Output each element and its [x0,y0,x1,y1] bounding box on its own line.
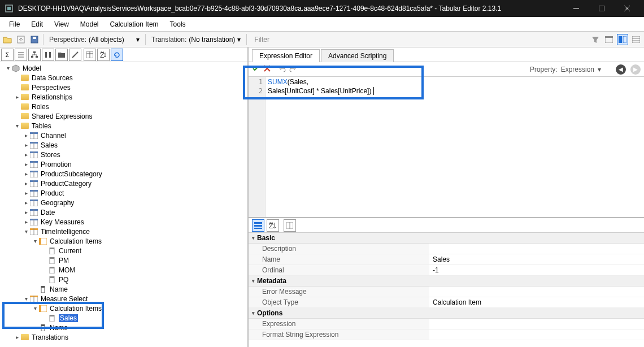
tree-table-stores[interactable]: ▸Stores [2,150,245,159]
menu-edit[interactable]: Edit [25,18,49,31]
accept-icon[interactable] [252,64,260,74]
svg-rect-12 [623,36,626,43]
tree-col-name2[interactable]: Name [2,323,245,332]
tree-datasources[interactable]: Data Sources [2,73,245,83]
tree-table-measureselect[interactable]: ▾Measure Select [2,294,245,303]
minimize-button[interactable] [563,0,589,17]
sigma-button[interactable]: Σ [1,49,14,61]
refresh-button[interactable] [111,49,123,61]
tree-roles[interactable]: Roles [2,102,245,111]
tree-tables[interactable]: ▾Tables [2,121,245,131]
table-icon [29,161,38,168]
tree-translations[interactable]: ▸Translations [2,332,245,342]
undo-icon[interactable] [278,64,286,74]
deploy-icon[interactable] [16,34,26,45]
split-icon[interactable] [617,34,628,45]
tree-root[interactable]: ▾Model [2,63,245,73]
tree-table-keymeasures[interactable]: ▸Key Measures [2,217,245,227]
save-icon[interactable] [29,34,40,45]
svg-rect-68 [39,238,41,245]
tree-ci-pq[interactable]: MOM [2,265,245,275]
calc-item-icon [47,257,56,264]
close-button[interactable] [614,0,639,17]
prop-description[interactable]: Description [249,244,644,254]
folder-button[interactable] [55,49,68,61]
tree-table-timeintel[interactable]: ▾TimeIntelligence [2,227,245,236]
menu-model[interactable]: Model [75,18,105,31]
prop-formatstr[interactable]: Format String Expression [249,329,644,340]
prop-name[interactable]: NameSales [249,254,644,265]
svg-rect-87 [41,324,45,326]
tree-perspectives[interactable]: Perspectives [2,83,245,92]
open-icon[interactable] [2,34,12,45]
categorized-button[interactable] [252,219,264,232]
tab-expression[interactable]: Expression Editor [252,49,320,62]
menubar: File Edit View Model Calculation Item To… [0,17,644,32]
tree-table-promotion[interactable]: ▸Promotion [2,159,245,169]
tree-ci-pm[interactable]: PM [2,255,245,265]
alphabetical-button[interactable]: AZ [267,219,279,232]
svg-rect-26 [45,52,47,58]
property-grid[interactable]: ▾Basic Description NameSales Ordinal-1 ▾… [249,233,644,347]
chevron-down-icon: ▾ [237,36,241,44]
tree-relationships[interactable]: ▸Relationships [2,92,245,102]
tree-table-product[interactable]: ▸Product [2,188,245,198]
svg-text:Z: Z [269,222,273,229]
cat-metadata[interactable]: ▾Metadata [249,276,644,287]
panel2-icon[interactable] [630,34,642,45]
cat-basic[interactable]: ▾Basic [249,233,644,244]
tree-table-date[interactable]: ▸Date [2,207,245,217]
svg-line-28 [72,52,78,58]
table-button[interactable] [84,49,96,61]
menu-calc-item[interactable]: Calculation Item [105,18,164,31]
column-button[interactable] [42,49,54,61]
menu-tools[interactable]: Tools [164,18,192,31]
tree-ci-mom[interactable]: PQ [2,275,245,284]
property-combo[interactable]: Property: Expression ▾ [530,66,601,73]
measure-button[interactable] [69,49,81,61]
tree-sharedexpr[interactable]: Shared Expressions [2,111,245,121]
titlebar: DESKTOP-HH1V9AQ\AnalysisServicesWorkspac… [0,0,644,17]
cat-options[interactable]: ▾Options [249,308,644,319]
table-icon [29,218,38,226]
calc-table-icon [29,295,38,303]
code-editor[interactable]: 12 SUMX(Sales, Sales[UnitCost] * Sales[U… [249,77,644,218]
redo-icon[interactable] [289,64,297,74]
prop-ordinal[interactable]: Ordinal-1 [249,265,644,276]
table-icon [29,180,38,188]
prop-toolbar: AZ [249,218,644,233]
tree-table-prodsubcat[interactable]: ▸ProductSubcategory [2,169,245,179]
table-icon [29,189,38,197]
back-arrow[interactable]: ◀ [616,64,626,75]
tree-table-prodcat[interactable]: ▸ProductCategory [2,179,245,188]
tree-ci-sales[interactable]: Sales [2,313,245,323]
tree-table-channel[interactable]: ▸Channel [2,131,245,140]
tree-calcitems2[interactable]: ▾Calculation Items [2,303,245,313]
props-button[interactable] [284,219,296,232]
filter-icon[interactable] [590,34,601,45]
hierarchy-button[interactable] [28,49,41,61]
translation-combo[interactable]: Translation: (No translation) ▾ [149,36,243,44]
svg-rect-11 [619,36,622,43]
cancel-icon[interactable] [263,64,271,74]
prop-objtype[interactable]: Object TypeCalculation Item [249,297,644,308]
forward-arrow[interactable]: ▶ [630,64,641,75]
menu-file[interactable]: File [3,18,25,31]
tree-table-sales[interactable]: ▸Sales [2,140,245,150]
tree-calcitems[interactable]: ▾Calculation Items [2,236,245,246]
tab-scripting[interactable]: Advanced Scripting [321,49,394,62]
tree-col-name[interactable]: Name [2,284,245,294]
menu-view[interactable]: View [49,18,75,31]
perspective-combo[interactable]: Perspective: (All objects) ▾ [47,36,142,44]
tree-body[interactable]: ▾Model Data Sources Perspectives ▸Relati… [0,62,247,347]
prop-errormsg[interactable]: Error Message [249,287,644,297]
tree-ci-current[interactable]: Current [2,246,245,255]
prop-expression[interactable]: Expression [249,319,644,329]
list-button[interactable] [15,49,27,61]
sort-button[interactable]: AZ [97,49,110,61]
maximize-button[interactable] [589,0,614,17]
filter-input[interactable]: Filter [250,34,586,45]
panel-icon[interactable] [603,34,615,45]
chevron-down-icon: ▾ [598,66,601,73]
tree-table-geography[interactable]: ▸Geography [2,198,245,207]
